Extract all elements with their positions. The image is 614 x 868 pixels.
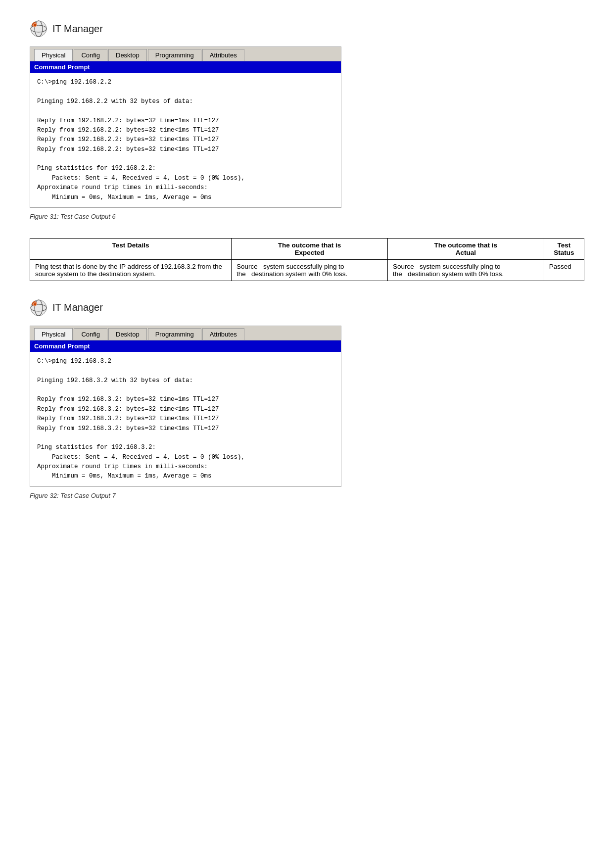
- cmd-body-2: C:\>ping 192.168.3.2 Pinging 192.168.3.2…: [30, 352, 341, 486]
- cell-actual: Source system successfully ping to the d…: [387, 259, 544, 281]
- tab-attributes-1[interactable]: Attributes: [202, 49, 244, 61]
- app-logo-1: [30, 20, 47, 38]
- tab-desktop-1[interactable]: Desktop: [108, 49, 147, 61]
- it-manager-window-1: Physical Config Desktop Programming Attr…: [30, 47, 341, 208]
- col-header-expected: The outcome that is Expected: [232, 238, 388, 259]
- tab-config-1[interactable]: Config: [74, 49, 107, 61]
- tab-bar-2: Physical Config Desktop Programming Attr…: [30, 326, 341, 340]
- cmd-output-1: C:\>ping 192.168.2.2 Pinging 192.168.2.2…: [37, 78, 334, 202]
- figure-caption-1: Figure 31: Test Case Output 6: [30, 213, 584, 220]
- app-title-1: IT Manager: [52, 23, 103, 35]
- app-header-1: IT Manager: [30, 20, 584, 38]
- window-content-2: Command Prompt C:\>ping 192.168.3.2 Ping…: [30, 340, 341, 486]
- cmd-title-bar-1: Command Prompt: [30, 61, 341, 73]
- app-header-2: IT Manager: [30, 299, 584, 317]
- svg-point-7: [32, 301, 37, 306]
- col-header-status: Test Status: [544, 238, 584, 259]
- cell-details: Ping test that is done by the IP address…: [30, 259, 232, 281]
- cmd-title-bar-2: Command Prompt: [30, 340, 341, 352]
- col-header-actual: The outcome that is Actual: [387, 238, 544, 259]
- app-title-2: IT Manager: [52, 302, 103, 313]
- tab-programming-1[interactable]: Programming: [148, 49, 201, 61]
- table-row: Ping test that is done by the IP address…: [30, 259, 584, 281]
- tab-config-2[interactable]: Config: [74, 328, 107, 340]
- tab-physical-1[interactable]: Physical: [34, 49, 73, 61]
- tab-desktop-2[interactable]: Desktop: [108, 328, 147, 340]
- window-content-1: Command Prompt C:\>ping 192.168.2.2 Ping…: [30, 61, 341, 207]
- tab-attributes-2[interactable]: Attributes: [202, 328, 244, 340]
- app-logo-2: [30, 299, 47, 317]
- it-manager-window-2: Physical Config Desktop Programming Attr…: [30, 326, 341, 487]
- tab-bar-1: Physical Config Desktop Programming Attr…: [30, 47, 341, 61]
- tab-physical-2[interactable]: Physical: [34, 328, 73, 340]
- figure-caption-2: Figure 32: Test Case Output 7: [30, 492, 584, 499]
- cmd-output-2: C:\>ping 192.168.3.2 Pinging 192.168.3.2…: [37, 357, 334, 482]
- test-table-1: Test Details The outcome that is Expecte…: [30, 238, 584, 281]
- cell-status: Passed: [544, 259, 584, 281]
- cmd-body-1: C:\>ping 192.168.2.2 Pinging 192.168.2.2…: [30, 73, 341, 207]
- tab-programming-2[interactable]: Programming: [148, 328, 201, 340]
- cell-expected: Source system successfully ping to the d…: [232, 259, 388, 281]
- svg-point-3: [32, 22, 37, 27]
- col-header-details: Test Details: [30, 238, 232, 259]
